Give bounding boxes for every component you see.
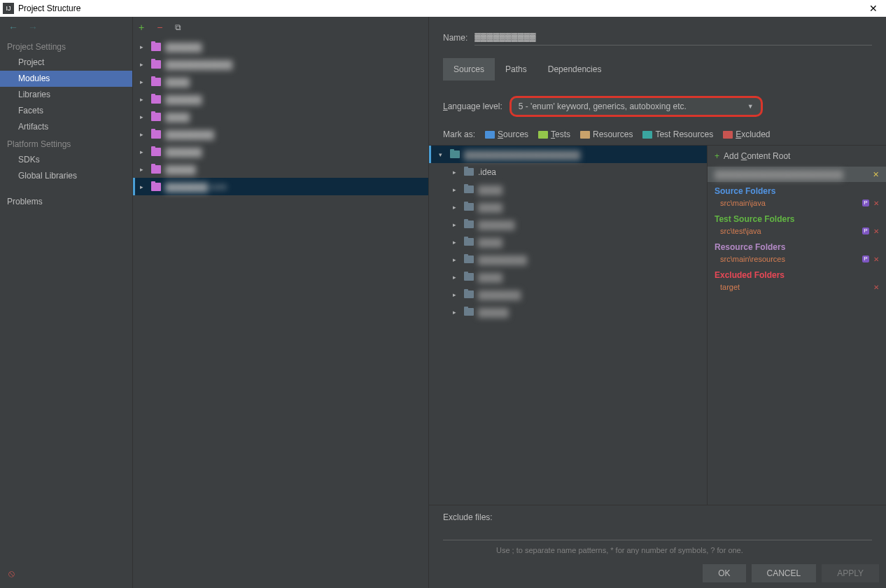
chevron-right-icon: ▸: [140, 113, 147, 120]
module-row[interactable]: ▸ ▓▓▓▓▓▓▓▓▓▓▓: [133, 55, 428, 73]
module-label: ▓▓▓▓: [165, 77, 190, 87]
tree-item[interactable]: ▸ ▓▓▓▓▓: [429, 303, 707, 321]
tree-item[interactable]: ▸ .idea: [429, 163, 707, 181]
ok-button[interactable]: OK: [703, 564, 745, 582]
tree-item-label: .idea: [478, 167, 496, 177]
add-module-icon[interactable]: +: [139, 22, 144, 33]
folder-group-title: Test Source Folders: [715, 214, 879, 224]
plus-icon: +: [715, 151, 719, 161]
forward-icon[interactable]: →: [28, 22, 38, 33]
mark-test-resources-button[interactable]: Test Resources: [642, 130, 713, 139]
chevron-right-icon: ▸: [140, 43, 147, 50]
module-row[interactable]: ▸ ▓▓▓▓: [133, 108, 428, 125]
module-icon: [151, 43, 161, 51]
module-label: ▓▓▓▓▓: [165, 164, 196, 174]
tree-item-label: ▓▓▓▓▓▓▓: [478, 290, 521, 300]
properties-icon[interactable]: P: [862, 200, 869, 206]
module-detail: Name: Sources Paths Dependencies Languag…: [429, 17, 886, 588]
folder-icon: [464, 238, 474, 246]
tab-paths[interactable]: Paths: [495, 58, 537, 80]
sidebar-item-libraries[interactable]: Libraries: [0, 87, 132, 103]
properties-icon[interactable]: P: [862, 227, 869, 234]
tree-item[interactable]: ▸ ▓▓▓▓▓▓▓: [429, 286, 707, 303]
chevron-right-icon: ▸: [140, 166, 147, 173]
mark-excluded-button[interactable]: Excluded: [723, 130, 770, 139]
sidebar-item-facets[interactable]: Facets: [0, 103, 132, 119]
tree-item[interactable]: ▸ ▓▓▓▓: [429, 268, 707, 286]
copy-module-icon[interactable]: ⧉: [175, 22, 181, 32]
folder-group-item[interactable]: src\main\resources P✕: [715, 253, 879, 265]
module-row[interactable]: ▸ ▓▓▓▓: [133, 73, 428, 90]
folder-icon: [464, 290, 474, 298]
content-tree[interactable]: ▾ ▓▓▓▓▓▓▓▓▓▓▓▓▓▓▓▓▓▓▓ ▸ .idea▸ ▓▓▓▓▸ ▓▓▓…: [429, 145, 707, 505]
language-level-select[interactable]: 5 - 'enum' keyword, generics, autoboxing…: [509, 96, 763, 117]
tab-sources[interactable]: Sources: [443, 58, 495, 80]
module-label: ▓▓▓▓▓▓▓ core: [165, 182, 227, 192]
folder-icon: [464, 255, 474, 263]
back-icon[interactable]: ←: [8, 22, 18, 33]
sidebar-item-problems[interactable]: Problems: [0, 194, 132, 210]
excluded-folder-icon: [723, 131, 733, 139]
tree-item[interactable]: ▸ ▓▓▓▓: [429, 198, 707, 216]
cancel-button[interactable]: CANCEL: [752, 564, 817, 582]
project-settings-heading: Project Settings: [0, 38, 132, 55]
remove-module-icon[interactable]: −: [157, 22, 162, 33]
folder-group-title: Resource Folders: [715, 242, 879, 252]
mark-tests-button[interactable]: Tests: [538, 130, 570, 139]
module-row[interactable]: ▸ ▓▓▓▓▓▓▓ core: [133, 178, 428, 195]
test-resources-folder-icon: [642, 131, 652, 139]
folder-icon: [464, 220, 474, 228]
mark-sources-button[interactable]: Sources: [485, 130, 528, 139]
folder-group-item[interactable]: src\main\java P✕: [715, 197, 879, 209]
module-icon: [151, 95, 161, 104]
chevron-right-icon: ▸: [140, 61, 147, 68]
folder-group-item[interactable]: src\test\java P✕: [715, 225, 879, 237]
tree-item-label: ▓▓▓▓: [478, 272, 502, 282]
chevron-right-icon: ▸: [453, 221, 460, 228]
folder-group-item[interactable]: target ✕: [715, 281, 879, 293]
folder-path: src\main\java: [720, 199, 766, 207]
remove-folder-icon[interactable]: ✕: [873, 255, 879, 263]
content-root-path[interactable]: ▓▓▓▓▓▓▓▓▓▓▓▓▓▓▓▓▓▓▓▓▓ ✕: [708, 167, 886, 182]
module-name-input[interactable]: [474, 29, 872, 46]
chevron-right-icon: ▸: [453, 186, 460, 193]
tab-dependencies[interactable]: Dependencies: [537, 58, 612, 80]
sidebar-item-modules[interactable]: Modules: [0, 71, 132, 87]
help-icon[interactable]: ⦸: [8, 568, 15, 579]
exclude-files-input[interactable]: [443, 524, 872, 540]
sidebar-item-project[interactable]: Project: [0, 55, 132, 71]
module-label: ▓▓▓▓▓▓: [165, 94, 202, 104]
remove-folder-icon[interactable]: ✕: [873, 284, 879, 291]
folder-path: src\main\resources: [720, 255, 785, 263]
module-label: ▓▓▓▓▓▓: [165, 147, 202, 157]
folder-group: Resource Folderssrc\main\resources P✕: [708, 238, 886, 266]
tests-folder-icon: [538, 131, 548, 139]
tree-item[interactable]: ▸ ▓▓▓▓▓▓: [429, 216, 707, 233]
tree-item[interactable]: ▸ ▓▓▓▓▓▓▓▓: [429, 251, 707, 268]
module-row[interactable]: ▸ ▓▓▓▓▓▓: [133, 38, 428, 55]
add-content-root-button[interactable]: + Add Content Root: [708, 146, 886, 167]
folder-group: Test Source Folderssrc\test\java P✕: [708, 210, 886, 238]
module-row[interactable]: ▸ ▓▓▓▓▓▓: [133, 90, 428, 108]
close-icon[interactable]: ✕: [864, 3, 883, 14]
module-row[interactable]: ▸ ▓▓▓▓▓: [133, 160, 428, 178]
properties-icon[interactable]: P: [862, 255, 869, 262]
sidebar-item-sdks[interactable]: SDKs: [0, 152, 132, 168]
tree-item[interactable]: ▸ ▓▓▓▓: [429, 181, 707, 198]
remove-root-icon[interactable]: ✕: [873, 170, 879, 179]
chevron-right-icon: ▸: [140, 183, 147, 190]
detail-tabs: Sources Paths Dependencies: [429, 46, 886, 80]
tree-item-label: ▓▓▓▓: [478, 237, 502, 247]
remove-folder-icon[interactable]: ✕: [873, 200, 879, 207]
chevron-right-icon: ▸: [140, 78, 147, 85]
sidebar-item-global-libraries[interactable]: Global Libraries: [0, 168, 132, 184]
module-row[interactable]: ▸ ▓▓▓▓▓▓▓▓: [133, 125, 428, 143]
module-row[interactable]: ▸ ▓▓▓▓▓▓: [133, 143, 428, 160]
sidebar-item-artifacts[interactable]: Artifacts: [0, 119, 132, 135]
tree-item[interactable]: ▸ ▓▓▓▓: [429, 233, 707, 251]
resources-folder-icon: [580, 131, 590, 139]
mark-resources-button[interactable]: Resources: [580, 130, 633, 139]
tree-root[interactable]: ▾ ▓▓▓▓▓▓▓▓▓▓▓▓▓▓▓▓▓▓▓: [429, 146, 707, 163]
remove-folder-icon[interactable]: ✕: [873, 227, 879, 235]
apply-button[interactable]: APPLY: [822, 564, 879, 582]
